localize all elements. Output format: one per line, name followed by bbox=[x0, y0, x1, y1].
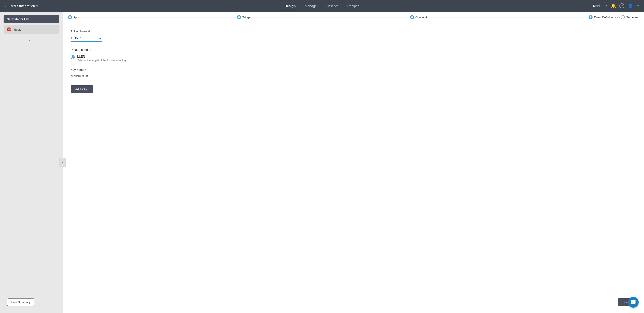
redis-item[interactable]: REDIS Redis bbox=[4, 25, 59, 34]
nav-right: Draft ↗ 🔔 ? 👤 ⚠ bbox=[593, 3, 640, 8]
dot-1 bbox=[615, 17, 616, 18]
svg-point-4 bbox=[632, 302, 633, 303]
radio-title-llen: LLEN bbox=[77, 55, 126, 58]
app-card-title: Get Data for List bbox=[7, 17, 29, 21]
connector-2 bbox=[253, 17, 409, 17]
step-circle-event-def bbox=[588, 15, 592, 19]
wizard-step-trigger[interactable]: Trigger bbox=[237, 15, 252, 19]
step-circle-summary bbox=[621, 15, 625, 19]
connector-3 bbox=[431, 17, 587, 17]
content-body: Polling Interval * 15 Minutes 30 Minutes… bbox=[62, 23, 644, 313]
chat-button[interactable] bbox=[628, 297, 639, 308]
step-label-connection: Connection bbox=[416, 16, 430, 19]
polling-interval-group: Polling Interval * 15 Minutes 30 Minutes… bbox=[71, 30, 636, 42]
key-name-input[interactable] bbox=[71, 73, 120, 79]
draft-status: Draft bbox=[593, 4, 600, 7]
step-label-summary: Summary bbox=[626, 16, 639, 19]
back-arrow-icon: ← bbox=[4, 4, 8, 8]
step-label-app: App bbox=[73, 16, 78, 19]
app-title: Redis Integration bbox=[10, 4, 35, 8]
polling-interval-label: Polling Interval * bbox=[71, 30, 636, 33]
add-filter-group: Add Filter bbox=[71, 85, 636, 93]
svg-text:REDIS: REDIS bbox=[8, 29, 12, 31]
svg-point-5 bbox=[633, 302, 634, 303]
svg-point-6 bbox=[634, 302, 634, 303]
step-dots bbox=[615, 17, 620, 18]
tab-observe[interactable]: Observe bbox=[321, 0, 343, 11]
radio-circle-llen[interactable] bbox=[71, 55, 75, 59]
radio-desc-llen: Returns the length of the list stored at… bbox=[77, 59, 126, 62]
dot-2 bbox=[617, 17, 618, 18]
step-label-event-def: Event Definition bbox=[594, 16, 614, 19]
main-layout: Get Data for List REDIS Redis ⌄⌄ bbox=[0, 12, 644, 313]
sidebar: Get Data for List REDIS Redis ⌄⌄ bbox=[0, 12, 62, 313]
redis-label: Redis bbox=[14, 28, 21, 31]
content-area: App Trigger Connection Event Definition bbox=[62, 12, 644, 313]
sidebar-collapse-button[interactable]: ‹ bbox=[60, 158, 66, 167]
back-button[interactable]: ← Redis Integration bbox=[4, 4, 35, 8]
step-label-trigger: Trigger bbox=[242, 16, 252, 19]
step-circle-connection bbox=[410, 15, 414, 19]
help-icon[interactable]: ? bbox=[620, 3, 624, 8]
tab-design[interactable]: Design bbox=[280, 0, 300, 11]
radio-option-llen[interactable]: LLEN Returns the length of the list stor… bbox=[71, 55, 636, 62]
tab-manage[interactable]: Manage bbox=[300, 0, 321, 11]
bell-icon[interactable]: 🔔 bbox=[611, 3, 616, 8]
flow-summary-button[interactable]: Flow Summary bbox=[7, 299, 34, 306]
user-icon[interactable]: 👤 bbox=[628, 3, 633, 8]
wizard-step-summary[interactable]: Summary bbox=[621, 15, 639, 19]
key-name-group: Key Name * bbox=[71, 68, 636, 79]
wizard-step-app[interactable]: App bbox=[68, 15, 78, 19]
connector-1 bbox=[80, 17, 236, 17]
step-circle-app bbox=[68, 15, 72, 19]
step-circle-trigger bbox=[237, 15, 241, 19]
wizard-step-event-def[interactable]: Event Definition bbox=[588, 15, 614, 19]
please-choose-group: Please choose LLEN Returns the length of… bbox=[71, 48, 636, 62]
edit-icon[interactable]: ✏ bbox=[36, 4, 39, 7]
tab-recipes[interactable]: Recipes bbox=[343, 0, 364, 11]
radio-text-llen: LLEN Returns the length of the list stor… bbox=[77, 55, 126, 62]
dot-3 bbox=[619, 17, 620, 18]
external-link-icon[interactable]: ↗ bbox=[604, 3, 607, 8]
svg-rect-2 bbox=[8, 27, 10, 28]
wizard-step-connection[interactable]: Connection bbox=[410, 15, 430, 19]
polling-select-wrapper: 15 Minutes 30 Minutes 1 Hour 2 Hours 6 H… bbox=[71, 35, 102, 42]
expand-icon[interactable]: ⌄⌄ bbox=[4, 34, 59, 44]
sidebar-content: Get Data for List REDIS Redis ⌄⌄ bbox=[0, 12, 62, 299]
wizard-steps: App Trigger Connection Event Definition bbox=[62, 12, 644, 23]
key-name-label: Key Name * bbox=[71, 68, 636, 71]
nav-tabs: Design Manage Observe Recipes bbox=[280, 0, 364, 11]
alert-icon[interactable]: ⚠ bbox=[636, 4, 640, 8]
please-choose-label: Please choose bbox=[71, 48, 636, 52]
app-card: Get Data for List bbox=[4, 15, 59, 23]
redis-icon: REDIS bbox=[7, 27, 12, 32]
polling-interval-select[interactable]: 15 Minutes 30 Minutes 1 Hour 2 Hours 6 H… bbox=[71, 35, 102, 42]
add-filter-button[interactable]: Add Filter bbox=[71, 85, 93, 93]
top-nav: ← Redis Integration ✏ Design Manage Obse… bbox=[0, 0, 644, 12]
